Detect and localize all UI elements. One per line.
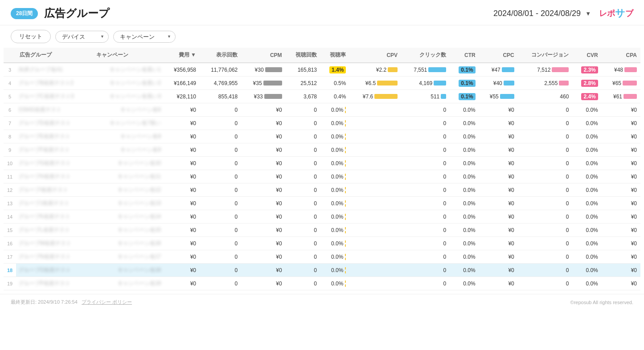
views-cell: 165,813 [286,63,320,77]
conv-cell: 0 [518,183,573,197]
adgroup-cell: グループG名前テスト [16,157,93,170]
ctr-cell: 0.0% [450,117,479,130]
header-right: 2024/08/01 - 2024/08/29 ▼ レポサブ [493,7,633,20]
col-cvr-header[interactable]: CVR [572,48,601,63]
table-row: 19 グループP名前テスト キャンペーン名19 ¥0 0 ¥0 0 0.0% 0… [4,277,640,290]
impressions-cell: 0 [200,197,241,210]
col-cost-header[interactable]: 費用 ▼ [164,48,200,63]
ctr-cell: 0.0% [450,250,479,264]
col-cpa-header[interactable]: CPA [602,48,640,63]
copyright: ©reposub All rights reserved. [570,300,633,305]
table-row: 7 グループD名前テスト キャンペーン名7長い ¥0 0 ¥0 0 0.0% 0… [4,117,640,130]
cost-cell: ¥0 [164,277,200,290]
cvr-cell: 0.0% [572,237,601,250]
table-row: 3 向井グループ名A1 キャンペーン名長い1 ¥356,958 11,776,0… [4,63,640,77]
cpc-cell: ¥0 [479,130,518,143]
device-filter[interactable]: デバイス [55,31,109,43]
row-num: 4 [4,77,16,90]
header-left: 28日間 広告グループ [11,6,110,20]
cost-cell: ¥0 [164,250,200,264]
cost-cell: ¥0 [164,237,200,250]
views-cell: 0 [286,197,320,210]
cpm-cell: ¥0 [241,130,285,143]
ctr-cell: 0.0% [450,157,479,170]
table-row: 13 グループJ名前テスト キャンペーン名13 ¥0 0 ¥0 0 0.0% 0… [4,197,640,210]
table-row: 9 グループF名前テスト キャンペーン名9 ¥0 0 ¥0 0 0.0% 0 0… [4,143,640,157]
col-views-header[interactable]: 視聴回数 [286,48,320,63]
impressions-cell: 0 [200,103,241,117]
row-num: 17 [4,250,16,264]
reset-button[interactable]: リセット [11,30,51,43]
cpm-cell: ¥0 [241,237,285,250]
ctr-cell: 0.0% [450,224,479,237]
campaign-filter[interactable]: キャンペーン [113,31,176,43]
vtr-cell: 0.0% [320,197,349,210]
vtr-cell: 0.0% [320,277,349,290]
cpv-cell [349,117,401,130]
ctr-cell: 0.0% [450,277,479,290]
col-cpv-header[interactable]: CPV [349,48,401,63]
campaign-cell: キャンペーン名15 [93,224,164,237]
cpv-cell [349,103,401,117]
views-cell: 0 [286,130,320,143]
campaign-cell: キャンペーン名9 [93,143,164,157]
privacy-link[interactable]: プライバシー ポリシー [82,299,132,305]
col-cpm-header[interactable]: CPM [241,48,285,63]
campaign-cell: キャンペーン名10 [93,157,164,170]
conv-cell: 0 [518,157,573,170]
col-cpc-header[interactable]: CPC [479,48,518,63]
conv-cell: 0 [518,170,573,183]
campaign-cell: キャンペーン名14 [93,210,164,224]
cpc-cell: ¥0 [479,250,518,264]
table-row: 12 グループI名前テスト キャンペーン名12 ¥0 0 ¥0 0 0.0% 0… [4,183,640,197]
cpv-cell [349,210,401,224]
clicks-cell: 511 [401,90,450,103]
cpa-cell: ¥0 [602,170,640,183]
clicks-cell: 0 [401,210,450,224]
cpv-cell [349,130,401,143]
table-row: 8 グループE名前テスト キャンペーン名8 ¥0 0 ¥0 0 0.0% 0 0… [4,130,640,143]
cpc-cell: ¥0 [479,157,518,170]
col-impressions-header[interactable]: 表示回数 [200,48,241,63]
impressions-cell: 0 [200,264,241,277]
col-vtr-header[interactable]: 視聴率 [320,48,349,63]
cpm-cell: ¥0 [241,210,285,224]
cpc-cell: ¥0 [479,170,518,183]
row-num: 14 [4,210,16,224]
col-clicks-header[interactable]: クリック数 [401,48,450,63]
impressions-cell: 0 [200,117,241,130]
cost-cell: ¥0 [164,264,200,277]
col-ctr-header[interactable]: CTR [450,48,479,63]
impressions-cell: 0 [200,143,241,157]
cpm-cell: ¥0 [241,170,285,183]
cpa-cell: ¥0 [602,183,640,197]
campaign-cell: キャンペーン名13 [93,197,164,210]
vtr-cell: 0.0% [320,130,349,143]
cost-cell: ¥0 [164,157,200,170]
cpv-cell [349,170,401,183]
cpm-cell: ¥0 [241,197,285,210]
row-num: 12 [4,183,16,197]
conv-cell: 0 [518,224,573,237]
cost-cell: ¥0 [164,143,200,157]
cost-cell: ¥28,110 [164,90,200,103]
campaign-cell: キャンペーン名長い1 [93,63,164,77]
views-cell: 25,512 [286,77,320,90]
cpv-cell [349,224,401,237]
adgroup-cell: グループI名前テスト [16,183,93,197]
conv-cell: 0 [518,130,573,143]
cvr-cell: 0.0% [572,103,601,117]
clicks-cell: 0 [401,183,450,197]
views-cell: 0 [286,117,320,130]
impressions-cell: 0 [200,250,241,264]
table-container: 広告グループ キャンペーン 費用 ▼ 表示回数 CPM 視聴回数 視聴率 CPV… [0,48,644,290]
col-conversions-header[interactable]: コンバージョン [518,48,573,63]
views-cell: 0 [286,224,320,237]
cpm-cell: ¥0 [241,250,285,264]
cvr-cell: 0.0% [572,130,601,143]
cpc-cell: ¥0 [479,197,518,210]
vtr-cell: 0.0% [320,183,349,197]
date-dropdown-icon[interactable]: ▼ [585,10,591,17]
cpa-cell: ¥0 [602,130,640,143]
cpc-cell: ¥47 [479,63,518,77]
